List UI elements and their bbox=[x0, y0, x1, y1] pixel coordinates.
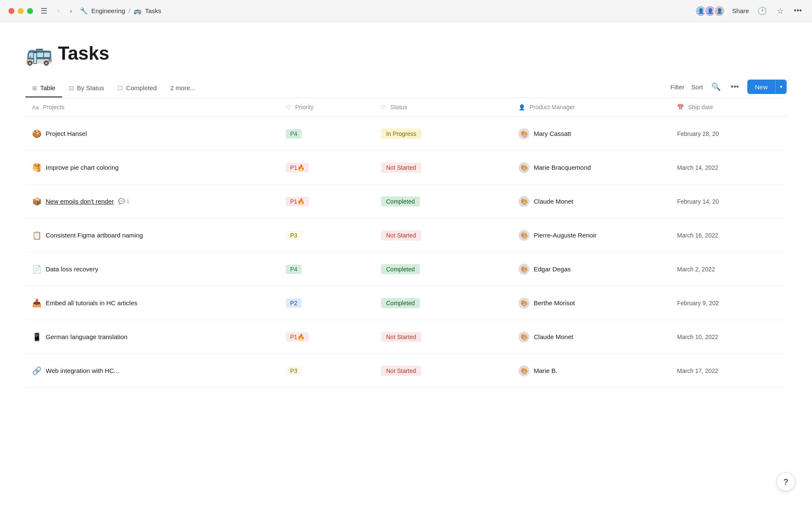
table-row[interactable]: 📦 New emojis don't render 💬 1 P1🔥 Comple… bbox=[25, 185, 787, 218]
page-content: 🚌 Tasks ⊞ Table ⊡ By Status ☐ Completed … bbox=[0, 22, 812, 388]
col-header-status[interactable]: ♡ Status bbox=[374, 98, 512, 117]
history-icon[interactable]: 🕐 bbox=[756, 5, 768, 17]
table-row[interactable]: 📋 Consistent Figma artboard naming P3 No… bbox=[25, 218, 787, 252]
project-emoji: 📦 bbox=[32, 197, 41, 206]
workspace-emoji: 🔧 bbox=[80, 7, 88, 15]
project-name: Improve pie chart coloring bbox=[46, 164, 119, 171]
tabs-actions: Filter Sort 🔍 ••• New ▾ bbox=[670, 80, 787, 97]
manager-avatar: 🎨 bbox=[518, 331, 529, 342]
maximize-btn[interactable] bbox=[27, 8, 33, 14]
search-icon[interactable]: 🔍 bbox=[710, 80, 722, 93]
table-row[interactable]: 🔗 Web integration with HC... P3 Not Star… bbox=[25, 354, 787, 388]
status-badge: Not Started bbox=[381, 230, 421, 240]
manager-avatar: 🎨 bbox=[518, 298, 529, 309]
star-icon[interactable]: ☆ bbox=[775, 5, 785, 17]
priority-cell[interactable]: P4 bbox=[279, 117, 374, 151]
col-header-projects[interactable]: Aa Projects bbox=[25, 98, 279, 117]
manager-cell[interactable]: 🎨 Marie B. bbox=[512, 354, 670, 388]
priority-cell[interactable]: P3 bbox=[279, 218, 374, 252]
new-button-caret[interactable]: ▾ bbox=[775, 80, 787, 94]
project-name: Consistent Figma artboard naming bbox=[46, 232, 143, 239]
priority-badge: P1🔥 bbox=[286, 197, 309, 206]
project-name: Data loss recovery bbox=[46, 265, 98, 273]
table-row[interactable]: 📄 Data loss recovery P4 Completed 🎨 Edga… bbox=[25, 252, 787, 286]
project-cell[interactable]: 📦 New emojis don't render 💬 1 bbox=[25, 185, 279, 218]
table-row[interactable]: 🥞 Improve pie chart coloring P1🔥 Not Sta… bbox=[25, 151, 787, 185]
manager-cell[interactable]: 🎨 Marie Bracquemond bbox=[512, 151, 670, 185]
project-cell[interactable]: 🍪 Project Hansel bbox=[25, 117, 279, 151]
priority-cell[interactable]: P1🔥 bbox=[279, 151, 374, 185]
workspace-name[interactable]: Engineering bbox=[91, 7, 125, 14]
shipdate-cell: March 17, 2022 bbox=[670, 354, 787, 388]
project-emoji: 📄 bbox=[32, 265, 41, 274]
manager-cell[interactable]: 🎨 Pierre-Auguste Renoir bbox=[512, 218, 670, 252]
status-badge: Completed bbox=[381, 196, 420, 207]
share-button[interactable]: Share bbox=[732, 7, 749, 14]
status-cell[interactable]: Not Started bbox=[374, 354, 512, 388]
options-icon[interactable]: ••• bbox=[729, 81, 741, 93]
priority-badge: P3 bbox=[286, 366, 302, 375]
tab-more[interactable]: 2 more... bbox=[164, 80, 202, 97]
comment-badge: 💬 1 bbox=[118, 198, 129, 204]
forward-btn[interactable]: › bbox=[67, 6, 74, 17]
manager-name: Claude Monet bbox=[534, 333, 573, 340]
tab-table[interactable]: ⊞ Table bbox=[25, 80, 62, 97]
priority-cell[interactable]: P3 bbox=[279, 354, 374, 388]
tab-by-status[interactable]: ⊡ By Status bbox=[62, 80, 111, 97]
status-cell[interactable]: Completed bbox=[374, 185, 512, 218]
manager-cell[interactable]: 🎨 Berthe Morisot bbox=[512, 286, 670, 320]
table-header-row: Aa Projects ♡ Priority ♡ Status 👤 Produc… bbox=[25, 98, 787, 117]
status-cell[interactable]: Not Started bbox=[374, 151, 512, 185]
page-name[interactable]: Tasks bbox=[145, 7, 161, 14]
priority-badge: P1🔥 bbox=[286, 332, 309, 342]
priority-cell[interactable]: P2 bbox=[279, 286, 374, 320]
table-row[interactable]: 🍪 Project Hansel P4 In Progress 🎨 Mary C… bbox=[25, 117, 787, 151]
manager-name: Pierre-Auguste Renoir bbox=[534, 232, 596, 239]
col-header-shipdate[interactable]: 📅 Ship date bbox=[670, 98, 787, 117]
table-container: Aa Projects ♡ Priority ♡ Status 👤 Produc… bbox=[25, 98, 787, 388]
priority-cell[interactable]: P1🔥 bbox=[279, 185, 374, 218]
project-cell[interactable]: 📱 German language translation bbox=[25, 320, 279, 354]
menu-btn[interactable]: ☰ bbox=[38, 5, 50, 17]
status-cell[interactable]: Not Started bbox=[374, 218, 512, 252]
filter-button[interactable]: Filter bbox=[670, 83, 684, 91]
status-cell[interactable]: Completed bbox=[374, 252, 512, 286]
table-row[interactable]: 📱 German language translation P1🔥 Not St… bbox=[25, 320, 787, 354]
manager-name: Mary Cassatt bbox=[534, 130, 571, 137]
project-cell[interactable]: 🔗 Web integration with HC... bbox=[25, 354, 279, 388]
project-cell[interactable]: 📥 Embed all tutorials in HC articles bbox=[25, 286, 279, 320]
priority-cell[interactable]: P1🔥 bbox=[279, 320, 374, 354]
help-button[interactable]: ? bbox=[776, 472, 795, 491]
project-cell[interactable]: 📋 Consistent Figma artboard naming bbox=[25, 218, 279, 252]
project-cell[interactable]: 📄 Data loss recovery bbox=[25, 252, 279, 286]
shipdate-cell: February 28, 20 bbox=[670, 117, 787, 151]
priority-cell[interactable]: P4 bbox=[279, 252, 374, 286]
table-row[interactable]: 📥 Embed all tutorials in HC articles P2 … bbox=[25, 286, 787, 320]
status-badge: In Progress bbox=[381, 129, 422, 139]
col-header-manager[interactable]: 👤 Product Manager bbox=[512, 98, 670, 117]
project-name: Project Hansel bbox=[46, 130, 87, 137]
status-cell[interactable]: Completed bbox=[374, 286, 512, 320]
sort-button[interactable]: Sort bbox=[691, 83, 703, 91]
by-status-icon: ⊡ bbox=[69, 85, 74, 91]
manager-cell[interactable]: 🎨 Mary Cassatt bbox=[512, 117, 670, 151]
new-button[interactable]: New bbox=[747, 80, 775, 94]
status-badge: Completed bbox=[381, 298, 420, 308]
status-cell[interactable]: Not Started bbox=[374, 320, 512, 354]
close-btn[interactable] bbox=[8, 8, 14, 14]
project-name: Web integration with HC... bbox=[46, 367, 119, 374]
project-emoji: 📥 bbox=[32, 298, 41, 308]
tab-completed-label: Completed bbox=[126, 84, 157, 91]
more-icon[interactable]: ••• bbox=[792, 5, 804, 17]
manager-cell[interactable]: 🎨 Claude Monet bbox=[512, 320, 670, 354]
manager-cell[interactable]: 🎨 Claude Monet bbox=[512, 185, 670, 218]
back-btn[interactable]: ‹ bbox=[55, 6, 62, 17]
minimize-btn[interactable] bbox=[18, 8, 24, 14]
manager-avatar: 🎨 bbox=[518, 264, 529, 275]
project-cell[interactable]: 🥞 Improve pie chart coloring bbox=[25, 151, 279, 185]
tab-completed[interactable]: ☐ Completed bbox=[111, 80, 164, 97]
col-header-priority[interactable]: ♡ Priority bbox=[279, 98, 374, 117]
manager-cell[interactable]: 🎨 Edgar Degas bbox=[512, 252, 670, 286]
new-btn-group: New ▾ bbox=[747, 80, 787, 94]
status-cell[interactable]: In Progress bbox=[374, 117, 512, 151]
